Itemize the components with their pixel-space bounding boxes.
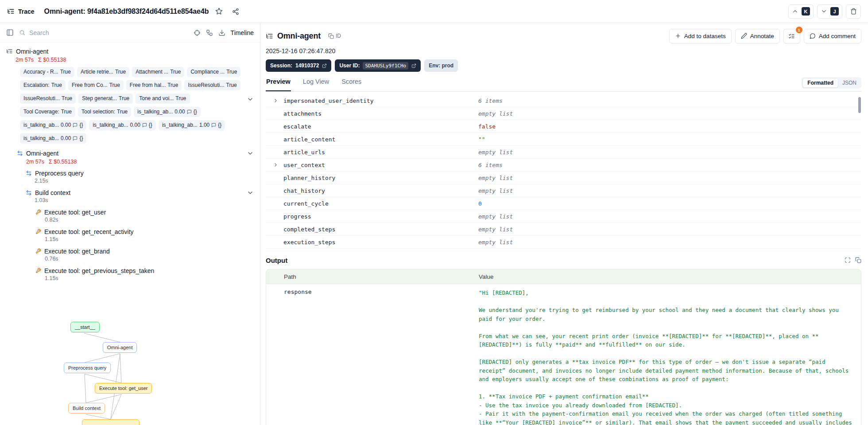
row-key: progress xyxy=(283,213,311,220)
score-badge[interactable]: Escalation:True xyxy=(20,80,66,90)
preview-row-completed-steps[interactable]: completed_steps empty list xyxy=(266,223,861,236)
score-badge[interactable]: is_talking_ab...0.00{} xyxy=(89,120,155,130)
annotate-button[interactable]: Annotate xyxy=(735,29,780,43)
graph-node-build-context[interactable]: Build context xyxy=(68,403,105,413)
id-label: ID xyxy=(336,33,341,39)
download-trace-button[interactable] xyxy=(218,29,225,36)
preview-row-attachments[interactable]: attachments empty list xyxy=(266,107,861,120)
collapse-root-button[interactable] xyxy=(247,96,254,103)
tree-span-omni-agent[interactable]: Omni-agent xyxy=(17,149,254,157)
comment-icon xyxy=(142,123,147,128)
next-trace-button[interactable]: J xyxy=(817,4,842,19)
add-comment-button[interactable]: Add comment xyxy=(804,29,861,43)
span-icon xyxy=(26,190,32,196)
scrollbar-thumb[interactable] xyxy=(858,97,861,113)
copy-output-button[interactable] xyxy=(855,257,861,263)
preview-row-current-cycle[interactable]: current_cycle 0 xyxy=(266,197,861,210)
collapse-build-context-button[interactable] xyxy=(247,189,254,196)
score-badge[interactable]: Tool Coverage:True xyxy=(20,107,75,117)
output-row-response[interactable]: response "Hi [REDACTED], We understand y… xyxy=(266,284,861,425)
star-icon xyxy=(215,8,223,15)
row-key: escalate xyxy=(283,123,311,130)
tab-preview[interactable]: Preview xyxy=(266,77,291,91)
search-input[interactable] xyxy=(29,29,188,36)
expand-chevron-icon[interactable] xyxy=(273,98,279,104)
tree-span-get-brand[interactable]: Execute tool: get_brand xyxy=(35,247,254,255)
copy-icon xyxy=(328,33,334,39)
user-id-badge[interactable]: User ID: SDAHUSLy9f1CHo xyxy=(335,59,421,72)
score-label: Attachment ... xyxy=(136,69,168,75)
score-badge[interactable]: Attachment ...True xyxy=(132,67,184,77)
expand-output-button[interactable] xyxy=(845,257,851,263)
score-badge[interactable]: is_talking_ab...0.00{} xyxy=(20,133,86,144)
preview-row-execution-steps[interactable]: execution_steps empty list xyxy=(266,236,861,249)
preview-row-article-content[interactable]: article_content "" xyxy=(266,133,861,146)
tree-span-preprocess-query[interactable]: Preprocess query xyxy=(26,169,254,177)
score-label: is_talking_ab... xyxy=(93,122,128,129)
score-badge[interactable]: Step generat...True xyxy=(78,94,133,104)
tree-span-get-previous-steps-taken[interactable]: Execute tool: get_previous_steps_taken xyxy=(35,266,254,275)
row-value: empty list xyxy=(478,226,861,233)
timeline-toggle[interactable]: Timeline xyxy=(231,29,254,36)
score-value: 1.00 xyxy=(199,122,209,129)
json-toggle-button[interactable]: JSON xyxy=(838,78,860,87)
list-checks-icon xyxy=(788,33,795,39)
bookmark-star-button[interactable] xyxy=(212,5,225,18)
shortcut-j-badge: J xyxy=(830,7,839,16)
delete-trace-button[interactable] xyxy=(846,4,861,19)
score-badge[interactable]: Free from Co...True xyxy=(68,80,124,90)
preview-row-escalate[interactable]: escalate false xyxy=(266,120,861,133)
root-duration: 2m 57s xyxy=(16,57,34,63)
score-badge[interactable]: IssueResoluti...True xyxy=(20,94,76,104)
score-badge[interactable]: IssueResoluti...True xyxy=(184,80,240,90)
row-value: false xyxy=(478,123,861,130)
graph-node-get-user[interactable]: Execute tool: get_user xyxy=(95,383,152,394)
score-badge[interactable]: is_talking_ab...1.00{} xyxy=(159,120,225,130)
copy-id-button[interactable]: ID xyxy=(328,33,341,39)
graph-node-partial[interactable] xyxy=(82,419,140,425)
preview-row-progress[interactable]: progress empty list xyxy=(266,210,861,223)
score-badge[interactable]: is_talking_ab...0.00{} xyxy=(20,120,86,130)
graph-node-omni-agent[interactable]: Omni-agent xyxy=(103,342,137,353)
tree-span-get-user[interactable]: Execute tool: get_user xyxy=(35,208,254,216)
preview-row-user-context[interactable]: user_context 6 items xyxy=(266,159,861,172)
session-badge[interactable]: Session: 14910372 xyxy=(266,59,331,72)
span-name: Execute tool: get_previous_steps_taken xyxy=(44,267,154,274)
score-badge[interactable]: is_talking_ab...0.00{} xyxy=(134,107,200,117)
user-id-value: SDAHUSLy9f1CHo xyxy=(363,62,408,70)
score-badge[interactable]: Compliance ...True xyxy=(187,67,240,77)
share-button[interactable] xyxy=(229,5,242,18)
collapse-panel-button[interactable] xyxy=(6,29,14,36)
graph-node-start[interactable]: __start__ xyxy=(70,322,100,332)
tab-log-view[interactable]: Log View xyxy=(302,77,329,91)
score-badge[interactable]: Tool selection:True xyxy=(78,107,131,117)
score-badge[interactable]: Tone and voi...True xyxy=(136,94,190,104)
preview-row-article-urls[interactable]: article_urls empty list xyxy=(266,146,861,159)
tree-span-get-recent-activity[interactable]: Execute tool: get_recent_activity xyxy=(35,227,254,236)
graph-node-preprocess-query[interactable]: Preprocess query xyxy=(64,363,111,373)
formatted-toggle-button[interactable]: Formatted xyxy=(802,78,838,88)
prev-trace-button[interactable]: K xyxy=(788,4,814,19)
preview-row-chat-history[interactable]: chat_history empty list xyxy=(266,184,861,197)
add-to-datasets-button[interactable]: Add to datasets xyxy=(669,29,732,43)
row-value: empty list xyxy=(478,110,861,117)
tree-root-trace[interactable]: Omni-agent xyxy=(6,47,254,55)
annotation-queue-button[interactable]: 1 xyxy=(783,29,800,43)
score-badges: Accuracy - R...True Article retrie...Tru… xyxy=(20,67,245,144)
graph-view-button[interactable] xyxy=(206,29,213,36)
span-name: Omni-agent xyxy=(26,150,58,157)
score-badge[interactable]: Article retrie...True xyxy=(77,67,129,77)
score-badge[interactable]: Free from hal...True xyxy=(126,80,182,90)
preview-row-impersonated-user-identity[interactable]: impersonated_user_identity 6 items xyxy=(266,94,861,107)
row-key: chat_history xyxy=(283,187,325,194)
score-badge[interactable]: Accuracy - R...True xyxy=(20,67,74,77)
tree-span-build-context[interactable]: Build context xyxy=(26,188,254,197)
collapse-agent-button[interactable] xyxy=(247,150,254,157)
expand-chevron-icon[interactable] xyxy=(273,162,279,168)
preview-row-planner-history[interactable]: planner_history empty list xyxy=(266,172,861,184)
tab-scores[interactable]: Scores xyxy=(341,77,362,91)
observation-actions: Add to datasets Annotate 1 Add comment xyxy=(669,29,861,43)
shortcut-k-badge: K xyxy=(802,7,810,16)
focus-view-button[interactable] xyxy=(194,29,201,36)
tree-fade xyxy=(0,302,260,317)
